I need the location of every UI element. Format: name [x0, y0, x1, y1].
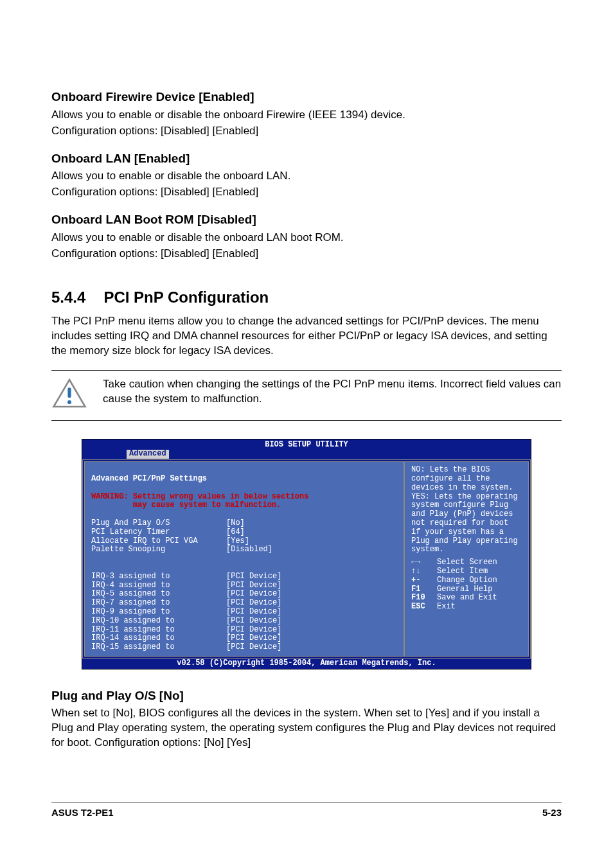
bios-irq-label: IRQ-11 assigned to: [91, 626, 226, 635]
bios-titlebar: BIOS SETUP UTILITY Advanced: [82, 439, 531, 460]
bios-irq-label: IRQ-15 assigned to: [91, 643, 226, 652]
bios-key: +-: [411, 576, 433, 585]
bios-key-row: F10Save and Exit: [411, 594, 522, 603]
text-major-intro: The PCI PnP menu items allow you to chan…: [51, 314, 562, 359]
bios-key-desc: Save and Exit: [437, 594, 497, 603]
bios-setting-row[interactable]: Plug And Play O/S[No]: [91, 519, 396, 528]
bios-key-desc: Change Option: [437, 576, 497, 585]
bios-body: Advanced PCI/PnP Settings WARNING: Setti…: [82, 459, 531, 659]
bios-key: ESC: [411, 603, 433, 612]
bios-irq-label: IRQ-14 assigned to: [91, 634, 226, 643]
heading-major-num: 5.4.4: [51, 287, 85, 308]
text-firewire-1: Allows you to enable or disable the onbo…: [51, 108, 562, 123]
bios-right-panel: NO: Lets the BIOS configure all the devi…: [405, 462, 528, 656]
bios-irq-value: [PCI Device]: [226, 643, 281, 652]
bios-key: F1: [411, 585, 433, 594]
bios-setting-value: [64]: [226, 528, 245, 537]
bios-irq-value: [PCI Device]: [226, 626, 281, 635]
bios-irq-value: [PCI Device]: [226, 617, 281, 626]
heading-pnp: Plug and Play O/S [No]: [51, 687, 562, 704]
page-footer-right: 5-23: [542, 806, 562, 819]
bios-key: ↑↓: [411, 567, 433, 576]
bios-tab-advanced[interactable]: Advanced: [126, 449, 170, 459]
bios-footer: v02.58 (C)Copyright 1985-2004, American …: [82, 659, 531, 669]
bios-irq-label: IRQ-7 assigned to: [91, 599, 226, 608]
bios-irq-label: IRQ-10 assigned to: [91, 617, 226, 626]
bios-key-desc: General Help: [437, 585, 492, 594]
bios-key-row: +-Change Option: [411, 576, 522, 585]
bios-key: F10: [411, 594, 433, 603]
bios-irq-label: IRQ-9 assigned to: [91, 608, 226, 617]
bios-key-row: ↑↓Select Item: [411, 567, 522, 576]
bios-setting-label: Plug And Play O/S: [91, 519, 226, 528]
page-footer: ASUS T2-PE1 5-23: [51, 802, 562, 819]
bios-setting-value: [No]: [226, 519, 245, 528]
bios-irq-row[interactable]: IRQ-11 assigned to[PCI Device]: [91, 626, 396, 635]
bios-irq-value: [PCI Device]: [226, 581, 281, 590]
text-lan-1: Allows you to enable or disable the onbo…: [51, 169, 562, 184]
bios-irq-label: IRQ-5 assigned to: [91, 590, 226, 599]
bios-left-panel: Advanced PCI/PnP Settings WARNING: Setti…: [85, 462, 405, 656]
bios-irq-row[interactable]: IRQ-5 assigned to[PCI Device]: [91, 590, 396, 599]
text-lan-2: Configuration options: [Disabled] [Enabl…: [51, 185, 562, 200]
bios-irq-value: [PCI Device]: [226, 608, 281, 617]
bios-irq-row[interactable]: IRQ-3 assigned to[PCI Device]: [91, 572, 396, 581]
bios-setting-row[interactable]: Palette Snooping[Disabled]: [91, 545, 396, 554]
bios-irq-value: [PCI Device]: [226, 572, 281, 581]
heading-major-title: PCI PnP Configuration: [103, 287, 269, 308]
bios-irq-value: [PCI Device]: [226, 590, 281, 599]
bios-setting-label: Palette Snooping: [91, 545, 226, 554]
bios-irq-label: IRQ-3 assigned to: [91, 572, 226, 581]
bios-title: BIOS SETUP UTILITY: [82, 439, 531, 450]
heading-major: 5.4.4 PCI PnP Configuration: [51, 287, 562, 308]
bios-irq-label: IRQ-4 assigned to: [91, 581, 226, 590]
text-firewire-2: Configuration options: [Disabled] [Enabl…: [51, 124, 562, 139]
bios-screenshot: BIOS SETUP UTILITY Advanced Advanced PCI…: [82, 439, 531, 669]
caution-icon: [51, 377, 87, 414]
page-footer-left: ASUS T2-PE1: [51, 806, 114, 819]
caution-box: Take caution when changing the settings …: [51, 370, 562, 421]
svg-rect-1: [67, 387, 71, 398]
bios-panel-heading: Advanced PCI/PnP Settings: [91, 474, 207, 483]
bios-key-row: ←→Select Screen: [411, 558, 522, 567]
text-pnp-body: When set to [No], BIOS configures all th…: [51, 706, 562, 750]
bios-warning-1: WARNING: Setting wrong values in below s…: [91, 492, 308, 501]
bios-warning-2: may cause system to malfunction.: [91, 500, 281, 509]
caution-text: Take caution when changing the settings …: [103, 377, 562, 407]
bios-irq-row[interactable]: IRQ-9 assigned to[PCI Device]: [91, 608, 396, 617]
bios-setting-row[interactable]: PCI Latency Timer[64]: [91, 528, 396, 537]
bios-setting-value: [Yes]: [226, 537, 249, 546]
text-lanrom-1: Allows you to enable or disable the onbo…: [51, 231, 562, 245]
bios-setting-value: [Disabled]: [226, 545, 272, 554]
bios-key-desc: Select Screen: [437, 558, 497, 567]
heading-lan: Onboard LAN [Enabled]: [51, 150, 562, 167]
bios-irq-row[interactable]: IRQ-14 assigned to[PCI Device]: [91, 634, 396, 643]
bios-help-text: NO: Lets the BIOS configure all the devi…: [411, 466, 522, 554]
bios-irq-row[interactable]: IRQ-15 assigned to[PCI Device]: [91, 643, 396, 652]
bios-irq-value: [PCI Device]: [226, 599, 281, 608]
bios-irq-value: [PCI Device]: [226, 634, 281, 643]
bios-irq-row[interactable]: IRQ-4 assigned to[PCI Device]: [91, 581, 396, 590]
bios-key-row: ESCExit: [411, 603, 522, 612]
bios-setting-label: Allocate IRQ to PCI VGA: [91, 537, 226, 546]
bios-irq-row[interactable]: IRQ-10 assigned to[PCI Device]: [91, 617, 396, 626]
bios-setting-label: PCI Latency Timer: [91, 528, 226, 537]
bios-irq-row[interactable]: IRQ-7 assigned to[PCI Device]: [91, 599, 396, 608]
bios-key: ←→: [411, 558, 433, 567]
bios-setting-row[interactable]: Allocate IRQ to PCI VGA[Yes]: [91, 537, 396, 546]
bios-key-desc: Select Item: [437, 567, 488, 576]
heading-lanrom: Onboard LAN Boot ROM [Disabled]: [51, 211, 562, 228]
heading-firewire: Onboard Firewire Device [Enabled]: [51, 89, 562, 105]
text-lanrom-2: Configuration options: [Disabled] [Enabl…: [51, 247, 562, 261]
svg-point-2: [67, 400, 71, 404]
bios-key-desc: Exit: [437, 603, 456, 612]
bios-key-row: F1General Help: [411, 585, 522, 594]
